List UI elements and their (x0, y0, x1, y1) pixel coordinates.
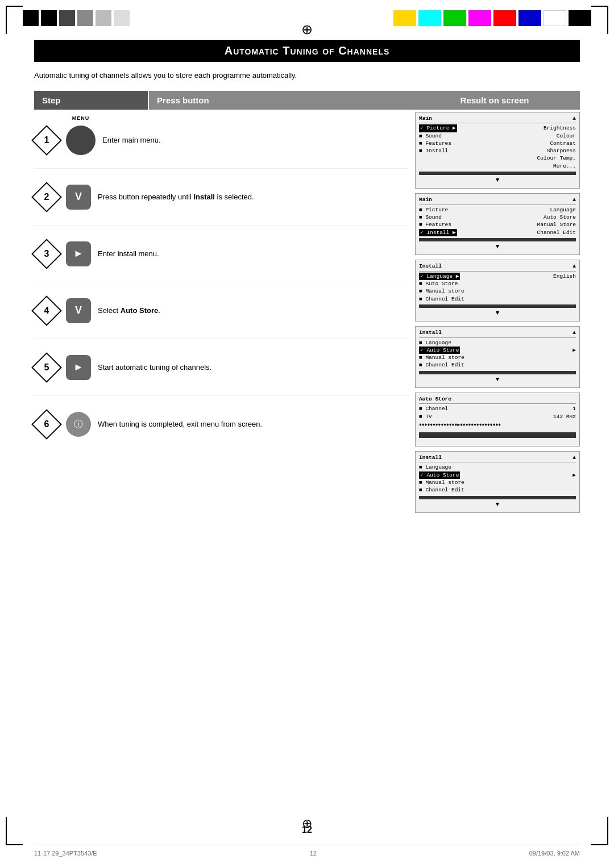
screen-row-1-6: More... (419, 162, 576, 170)
menu-label: MENU (72, 115, 90, 121)
step-desc-1: Enter main menu. (102, 135, 409, 146)
screen-row-5-2: ■ TV 142 MHz (419, 413, 576, 420)
step-desc-3: Enter install menu. (98, 248, 409, 260)
diamond-num-3: 3 (44, 249, 49, 259)
footer-left: 11-17 29_34PT3543/E (34, 850, 97, 857)
color-magenta (468, 10, 491, 26)
step-row-2: 2 V Press button repeatedly until Instal… (34, 169, 409, 226)
screen-row-1-5: Colour Temp. (419, 155, 576, 162)
page-title: Automatic Tuning of Channels (34, 40, 580, 62)
bw-block-3 (59, 10, 75, 26)
screen-row-1-4: ■ Install Sharpness (419, 147, 576, 155)
screen-title-5: Auto Store (419, 395, 576, 404)
screen-panel-2: Main▲ ■ Picture Language ■ Sound Auto St… (415, 193, 580, 255)
screen-row-3-2: ■ Auto Store (419, 280, 576, 287)
screen-title-2: Main▲ (419, 196, 576, 205)
screen-arrow-3: ▼ (419, 309, 576, 318)
step-number-3: 3 (34, 241, 59, 266)
color-yellow (393, 10, 416, 26)
progress-bar-5: ♦♦♦♦♦♦♦♦♦♦♦♦♦♦▶♦♦♦♦♦♦♦♦♦♦♦♦♦♦♦ (419, 422, 576, 428)
main-content: Automatic Tuning of Channels Automatic t… (34, 40, 580, 823)
step-row-1: 1 MENU Enter main menu. (34, 112, 409, 169)
screen-arrow-2: ▼ (419, 243, 576, 251)
step-row-6: 6 ⓘ When tuning is completed, exit menu … (34, 396, 409, 453)
screen-title-1: Main▲ (419, 115, 576, 123)
screen-row-1-1: ✓ Picture ▶ Brightness (419, 124, 576, 132)
screen-row-1-2: ■ Sound Colour (419, 132, 576, 140)
steps-right: Main▲ ✓ Picture ▶ Brightness ■ Sound Col… (409, 112, 580, 513)
screen-row-4-4: ■ Channel Edit (419, 361, 576, 369)
table-header: Step Press button Result on screen (34, 91, 580, 110)
step-number-6: 6 (34, 412, 59, 437)
v-button-1: V (66, 185, 91, 210)
step-desc-2: Press button repeatedly until Install is… (98, 191, 409, 203)
screen-footer-4 (419, 371, 576, 374)
step-number-1: 1 (34, 128, 59, 153)
steps-left: 1 MENU Enter main menu. 2 V Press button… (34, 112, 409, 513)
bw-color-strip (23, 10, 130, 26)
color-red (493, 10, 516, 26)
screen-row-6-1: ■ Language (419, 464, 576, 471)
bw-block-1 (23, 10, 39, 26)
screen-panel-6: Install▲ ■ Language ✓ Auto Store ▶ ■ Man… (415, 451, 580, 513)
footer-center: 12 (310, 850, 317, 857)
screen-arrow-1: ▼ (419, 176, 576, 185)
screen-row-5-1: ■ Channel 1 (419, 405, 576, 412)
screen-row-2-4: ✓ Install ▶ Channel Edit (419, 229, 576, 236)
screen-panel-3: Install▲ ✓ Language ▶ English ■ Auto Sto… (415, 260, 580, 322)
crosshair-top: ⊕ (298, 20, 316, 39)
diamond-num-4: 4 (44, 306, 49, 316)
bottom-bar: 11-17 29_34PT3543/E 12 09/19/03, 9:02 AM (34, 845, 580, 857)
color-cyan (418, 10, 441, 26)
step-row-5: 5 ► Start automatic tuning of channels. (34, 339, 409, 396)
screen-row-6-4: ■ Channel Edit (419, 486, 576, 494)
step-row-3: 3 ► Enter install menu. (34, 226, 409, 282)
crosshair-bottom: ⊕ (302, 816, 312, 831)
screen-row-1-3: ■ Features Contrast (419, 140, 576, 147)
screen-row-3-4: ■ Channel Edit (419, 295, 576, 303)
screen-footer-3 (419, 304, 576, 308)
step-desc-4: Select Auto Store. (98, 305, 409, 316)
step-desc-6: When tuning is completed, exit menu from… (98, 419, 409, 430)
color-blue (518, 10, 541, 26)
info-icon: ⓘ (74, 419, 83, 431)
step-row-4: 4 V Select Auto Store. (34, 282, 409, 339)
color-green (443, 10, 466, 26)
screen-row-3-3: ■ Manual store (419, 287, 576, 295)
header-press: Press button (149, 91, 409, 110)
screen-title-6: Install▲ (419, 454, 576, 462)
screen-panel-1: Main▲ ✓ Picture ▶ Brightness ■ Sound Col… (415, 112, 580, 189)
screen-row-4-2: ✓ Auto Store ▶ (419, 347, 576, 354)
right-button-2: ► (66, 355, 91, 380)
color-strip (393, 10, 591, 26)
menu-button: MENU (66, 126, 96, 155)
info-button: ⓘ (66, 412, 91, 437)
v-button-2: V (66, 298, 91, 323)
diamond-num-1: 1 (44, 135, 49, 145)
screen-panel-4: Install▲ ■ Language ✓ Auto Store ▶ ■ Man… (415, 326, 580, 388)
steps-container: 1 MENU Enter main menu. 2 V Press button… (34, 112, 580, 513)
screen-footer-2 (419, 238, 576, 241)
intro-text: Automatic tuning of channels allows you … (34, 71, 580, 80)
top-bar: ⊕ (0, 10, 614, 26)
screen-footer-5 (419, 432, 576, 438)
bw-block-4 (77, 10, 93, 26)
header-step: Step (34, 91, 148, 110)
step-number-4: 4 (34, 298, 59, 323)
screen-footer-6 (419, 496, 576, 499)
screen-row-4-1: ■ Language (419, 339, 576, 347)
screen-panel-5: Auto Store ■ Channel 1 ■ TV 142 MHz ♦♦♦♦… (415, 393, 580, 446)
screen-title-4: Install▲ (419, 329, 576, 337)
corner-mark-br (591, 817, 608, 845)
screen-row-2-2: ■ Sound Auto Store (419, 214, 576, 221)
screen-footer-1 (419, 172, 576, 175)
screen-row-2-3: ■ Features Manual Store (419, 221, 576, 228)
screen-row-6-2: ✓ Auto Store ▶ (419, 471, 576, 479)
footer-right: 09/19/03, 9:02 AM (529, 850, 580, 857)
diamond-num-6: 6 (44, 419, 49, 429)
step-number-5: 5 (34, 355, 59, 380)
screen-row-6-3: ■ Manual store (419, 479, 576, 486)
bw-block-6 (114, 10, 130, 26)
diamond-num-5: 5 (44, 362, 49, 373)
header-result: Result on screen (409, 91, 580, 110)
